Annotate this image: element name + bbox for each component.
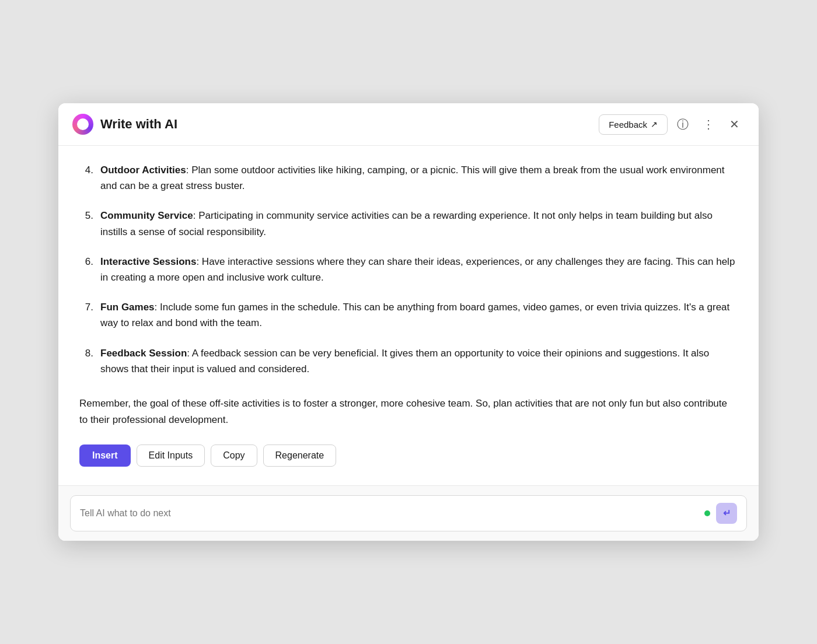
item-number: 8. [79, 345, 93, 377]
closing-paragraph: Remember, the goal of these off-site act… [79, 396, 738, 428]
regenerate-button[interactable]: Regenerate [263, 444, 337, 467]
panel-content: 4. Outdoor Activities: Plan some outdoor… [58, 146, 759, 485]
feedback-label: Feedback [609, 120, 647, 130]
copy-button[interactable]: Copy [211, 444, 257, 467]
external-link-icon: ↗ [651, 120, 658, 129]
panel-header: Write with AI Feedback ↗ ⓘ ⋮ ✕ [58, 103, 759, 146]
item-term: Interactive Sessions [100, 256, 196, 267]
ai-write-panel: Write with AI Feedback ↗ ⓘ ⋮ ✕ 4. Outdoo… [58, 103, 759, 541]
list-item: 7. Fun Games: Include some fun games in … [79, 299, 738, 331]
more-icon: ⋮ [703, 117, 714, 131]
send-button[interactable]: ↵ [716, 503, 737, 524]
more-options-button[interactable]: ⋮ [698, 114, 719, 135]
item-term: Fun Games [100, 302, 155, 313]
item-description: : A feedback session can be very benefic… [100, 348, 709, 374]
list-item: 8. Feedback Session: A feedback session … [79, 345, 738, 377]
item-text: Community Service: Participating in comm… [100, 208, 738, 239]
info-icon: ⓘ [677, 117, 689, 132]
item-number: 7. [79, 299, 93, 331]
item-number: 6. [79, 254, 93, 285]
item-text: Interactive Sessions: Have interactive s… [100, 254, 738, 285]
close-icon: ✕ [729, 117, 739, 131]
panel-title: Write with AI [100, 117, 599, 132]
input-wrapper: ↵ [70, 495, 747, 531]
action-buttons-group: Insert Edit Inputs Copy Regenerate [79, 444, 738, 471]
list-item: 4. Outdoor Activities: Plan some outdoor… [79, 162, 738, 194]
feedback-button[interactable]: Feedback ↗ [599, 114, 668, 135]
list-item: 5. Community Service: Participating in c… [79, 208, 738, 239]
list-item: 6. Interactive Sessions: Have interactiv… [79, 254, 738, 285]
item-text: Fun Games: Include some fun games in the… [100, 299, 738, 331]
ai-logo [72, 114, 93, 135]
item-description: : Include some fun games in the schedule… [100, 302, 729, 328]
activities-list: 4. Outdoor Activities: Plan some outdoor… [79, 162, 738, 391]
item-term: Feedback Session [100, 348, 187, 359]
item-text: Feedback Session: A feedback session can… [100, 345, 738, 377]
ai-instruction-input[interactable] [80, 508, 699, 519]
header-actions: Feedback ↗ ⓘ ⋮ ✕ [599, 114, 745, 135]
item-number: 5. [79, 208, 93, 239]
item-text: Outdoor Activities: Plan some outdoor ac… [100, 162, 738, 194]
item-description: : Have interactive sessions where they c… [100, 256, 735, 283]
logo-inner [77, 118, 89, 130]
input-area: ↵ [58, 485, 759, 541]
item-term: Community Service [100, 210, 193, 221]
info-button[interactable]: ⓘ [672, 114, 693, 135]
insert-button[interactable]: Insert [79, 444, 131, 467]
item-number: 4. [79, 162, 93, 194]
item-description: : Plan some outdoor activities like hiki… [100, 164, 725, 191]
send-icon: ↵ [723, 508, 731, 519]
status-dot [704, 510, 710, 516]
item-term: Outdoor Activities [100, 164, 186, 176]
close-button[interactable]: ✕ [724, 114, 745, 135]
edit-inputs-button[interactable]: Edit Inputs [137, 444, 205, 467]
